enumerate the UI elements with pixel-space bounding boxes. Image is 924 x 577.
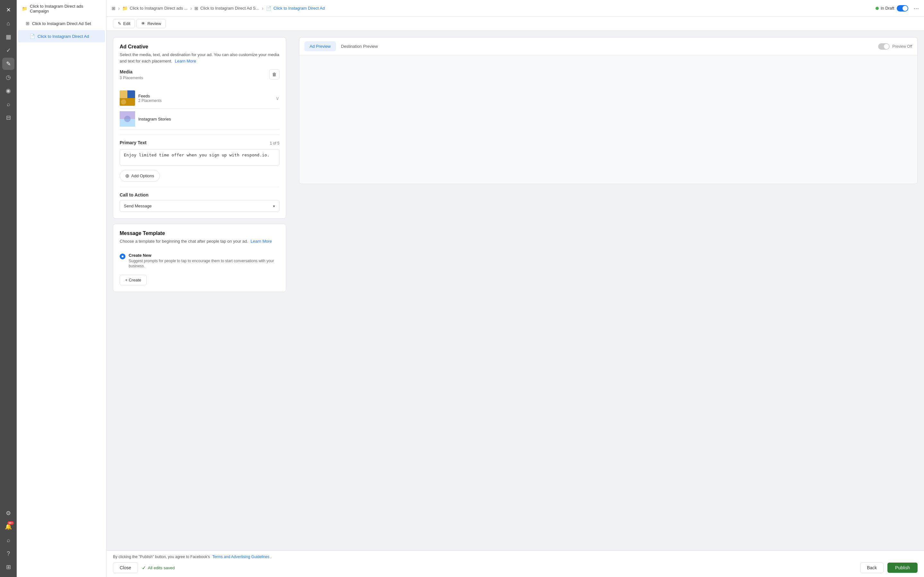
- content-area: Ad Creative Select the media, text, and …: [107, 31, 924, 550]
- stories-thumb: [120, 111, 135, 127]
- stories-name: Instagram Stories: [138, 117, 279, 121]
- review-tab-label: Review: [147, 21, 161, 26]
- settings-icon: ⚙: [6, 510, 11, 517]
- breadcrumb-adset-icon: ⊞: [194, 6, 198, 11]
- footer-terms-link[interactable]: Terms and Advertising Guidelines: [212, 554, 270, 559]
- settings-button[interactable]: ⚙: [2, 507, 15, 519]
- primary-text-header: Primary Text 1 of 5: [120, 140, 279, 147]
- nav-adset[interactable]: ⊞ Click to Instagram Direct Ad Set ···: [18, 17, 105, 29]
- create-new-option[interactable]: Create New Suggest prompts for people to…: [120, 250, 279, 272]
- topbar-more-icon[interactable]: ···: [913, 5, 919, 12]
- chart-icon: ▦: [6, 33, 11, 40]
- search-button[interactable]: ⌕: [2, 98, 15, 110]
- draft-toggle[interactable]: [897, 5, 908, 11]
- back-button[interactable]: Back: [860, 562, 884, 573]
- people-button[interactable]: ◉: [2, 85, 15, 97]
- publish-button[interactable]: Publish: [887, 562, 918, 573]
- breadcrumb-home[interactable]: ⊞: [111, 6, 115, 11]
- create-new-radio[interactable]: [120, 253, 126, 259]
- clock-button[interactable]: ◷: [2, 71, 15, 83]
- breadcrumb-home-icon: ⊞: [111, 6, 115, 11]
- review-tab[interactable]: 👁 Review: [136, 19, 166, 28]
- edit-review-bar: ✎ Edit 👁 Review: [107, 17, 924, 31]
- preview-body: [299, 55, 917, 184]
- nav-campaign[interactable]: 📁 Click to Instagram Direct ads Campaign…: [18, 1, 105, 17]
- feeds-info: Feeds 2 Placements: [138, 93, 272, 103]
- media-header: Media 3 Placements 🗑: [120, 69, 279, 84]
- breadcrumb-adset-label: Click to Instagram Direct Ad S...: [200, 6, 259, 11]
- close-button[interactable]: Close: [113, 562, 138, 573]
- breadcrumb-campaign-icon: 📁: [122, 6, 128, 11]
- close-sidebar-button[interactable]: ✕: [2, 4, 15, 16]
- breadcrumb-campaign[interactable]: 📁 Click to Instagram Direct ads ...: [122, 6, 188, 11]
- cta-select[interactable]: Send Message Learn More Sign Up Contact …: [120, 200, 279, 212]
- breadcrumb-sep-1: ›: [118, 5, 120, 11]
- ad-creative-learn-more[interactable]: Learn More: [175, 59, 196, 63]
- breadcrumb-ad[interactable]: 📄 Click to Instagram Direct Ad: [266, 6, 325, 11]
- ad-preview-tab[interactable]: Ad Preview: [304, 41, 336, 51]
- destination-preview-tab-label: Destination Preview: [341, 44, 378, 49]
- footer-terms-end: .: [270, 554, 271, 559]
- saved-check-icon: ✓: [142, 565, 146, 571]
- create-button[interactable]: + Create: [120, 275, 147, 285]
- delete-media-button[interactable]: 🗑: [269, 69, 279, 79]
- primary-text-input[interactable]: Enjoy limited time offer when you sign u…: [120, 149, 279, 166]
- create-new-desc: Suggest prompts for people to tap to enc…: [129, 258, 279, 269]
- notification-badge: 99+: [7, 521, 14, 525]
- main-area: ⊞ › 📁 Click to Instagram Direct ads ... …: [107, 0, 924, 577]
- nav-panel: 📁 Click to Instagram Direct ads Campaign…: [17, 0, 107, 577]
- home-icon: ⌂: [7, 20, 10, 27]
- help-button[interactable]: ?: [2, 548, 15, 560]
- search2-button[interactable]: ⌕: [2, 534, 15, 546]
- breadcrumb-adset[interactable]: ⊞ Click to Instagram Direct Ad S...: [194, 6, 259, 11]
- add-options-button[interactable]: ⊕ Add Options: [120, 170, 160, 182]
- eye-icon: 👁: [141, 21, 145, 26]
- nav-ad[interactable]: 📄 Click to Instagram Direct Ad ···: [18, 30, 105, 42]
- edit-tab[interactable]: ✎ Edit: [113, 19, 135, 28]
- plus-circle-icon: ⊕: [125, 173, 129, 179]
- feeds-sub: 2 Placements: [138, 98, 272, 103]
- media-info: Media 3 Placements: [120, 69, 143, 84]
- create-label: + Create: [125, 277, 141, 282]
- feeds-placement[interactable]: Feeds 2 Placements ∨: [120, 88, 279, 109]
- breadcrumb-ad-label: Click to Instagram Direct Ad: [273, 6, 325, 11]
- destination-preview-tab[interactable]: Destination Preview: [336, 41, 383, 51]
- notification-button[interactable]: 🔔 99+: [2, 521, 15, 533]
- status-dot: [876, 7, 879, 10]
- preview-toggle[interactable]: [878, 43, 890, 50]
- form-panel: Ad Creative Select the media, text, and …: [107, 31, 292, 550]
- edit-button[interactable]: ✎: [2, 58, 15, 70]
- ad-creative-desc-text: Select the media, text, and destination …: [120, 52, 279, 63]
- footer-bar: By clicking the "Publish" button, you ag…: [107, 550, 924, 577]
- grid-button[interactable]: ⊟: [2, 111, 15, 124]
- message-template-learn-more[interactable]: Learn More: [250, 239, 272, 243]
- feeds-thumb-image: [120, 90, 135, 106]
- status-badge: In Draft: [876, 6, 895, 11]
- feeds-name: Feeds: [138, 93, 272, 98]
- cta-label: Call to Action: [120, 192, 279, 197]
- preview-off-label: Preview Off: [892, 44, 912, 49]
- instagram-stories-placement[interactable]: Instagram Stories: [120, 109, 279, 129]
- svg-rect-1: [120, 90, 128, 98]
- home-button[interactable]: ⌂: [2, 17, 15, 29]
- people-icon: ◉: [6, 87, 11, 94]
- divider-2: [120, 187, 279, 187]
- message-template-card: Message Template Choose a template for b…: [113, 224, 286, 292]
- table-icon: ⊞: [6, 564, 11, 571]
- svg-rect-2: [128, 90, 135, 98]
- feeds-chevron-icon: ∨: [276, 95, 279, 101]
- campaign-folder-icon: 📁: [22, 6, 27, 11]
- add-options-label: Add Options: [131, 173, 154, 178]
- svg-point-4: [121, 99, 126, 105]
- svg-point-7: [124, 116, 131, 122]
- trash-icon: 🗑: [272, 72, 276, 77]
- help-icon: ?: [7, 550, 10, 557]
- table-button[interactable]: ⊞: [2, 561, 15, 573]
- preview-panel: Ad Preview Destination Preview Preview O…: [292, 31, 924, 550]
- chart-button[interactable]: ▦: [2, 31, 15, 43]
- check-button[interactable]: ✓: [2, 44, 15, 56]
- divider-1: [120, 135, 279, 135]
- create-new-content: Create New Suggest prompts for people to…: [129, 253, 279, 269]
- stories-info: Instagram Stories: [138, 117, 279, 121]
- edit-tab-label: Edit: [123, 21, 130, 26]
